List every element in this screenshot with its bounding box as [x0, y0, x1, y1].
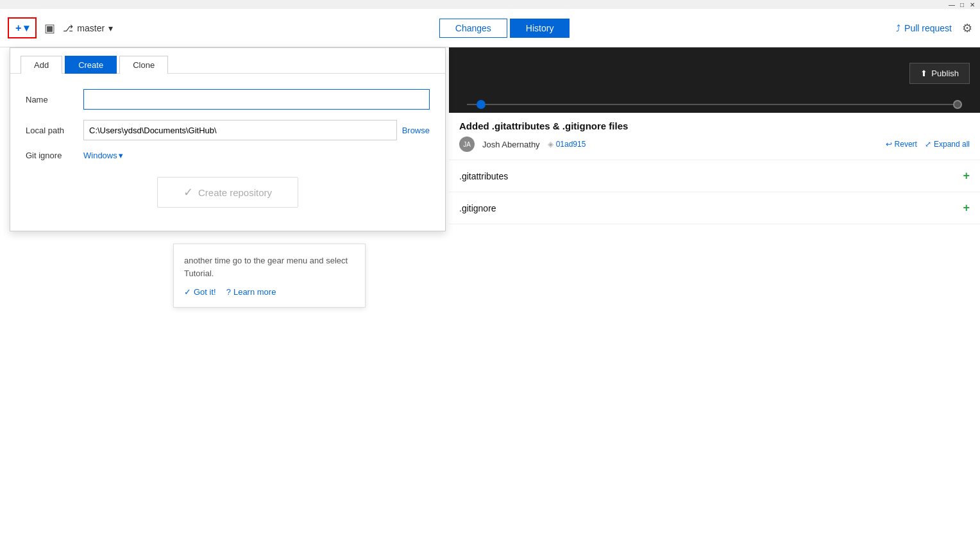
- check-icon: ✓: [184, 287, 191, 297]
- file-list: .gitattributes + .gitignore +: [449, 160, 980, 224]
- question-icon: ?: [226, 287, 231, 297]
- tutorial-body: another time go to the gear menu and sel…: [184, 254, 355, 279]
- sidebar-toggle-button[interactable]: ▣: [42, 19, 58, 38]
- expand-all-button[interactable]: ⤢ Expand all: [925, 140, 970, 149]
- file-name: .gitignore: [459, 203, 496, 213]
- gitignore-dropdown[interactable]: Windows ▾: [83, 151, 123, 160]
- add-button[interactable]: + ▾: [8, 17, 37, 38]
- branch-arrow-icon: ▾: [108, 23, 113, 33]
- commit-actions: ↩ Revert ⤢ Expand all: [886, 140, 970, 149]
- right-panel: ⬆ Publish Added .gitattributes & .gitign…: [449, 47, 980, 539]
- revert-icon: ↩: [886, 140, 892, 149]
- expand-all-label: Expand all: [934, 140, 970, 149]
- create-repo-area: ✓ Create repository: [26, 170, 430, 218]
- clone-tab[interactable]: Clone: [119, 56, 168, 74]
- gitignore-label: Git ignore: [26, 151, 83, 160]
- got-it-label: Got it!: [194, 287, 216, 297]
- main-toolbar: + ▾ ▣ ⎇ master ▾ Changes History ⤴ Pull …: [0, 9, 980, 47]
- file-add-icon: +: [963, 169, 970, 183]
- file-add-icon: +: [963, 201, 970, 215]
- tutorial-card: another time go to the gear menu and sel…: [173, 244, 366, 308]
- minimize-button[interactable]: —: [947, 1, 957, 8]
- create-form: Name Local path Browse Git ignore Window…: [10, 74, 445, 231]
- changes-tab[interactable]: Changes: [439, 19, 507, 38]
- add-arrow-icon: ▾: [24, 22, 29, 34]
- local-path-row: Local path Browse: [26, 120, 430, 140]
- toolbar-right: ⤴ Pull request ⚙: [896, 21, 972, 35]
- commit-info: Added .gitattributes & .gitignore files …: [449, 113, 980, 160]
- create-repository-panel: Add Create Clone Name Local path Browse …: [10, 47, 446, 231]
- toolbar-center: Changes History: [113, 19, 896, 38]
- branch-name: master: [77, 23, 105, 33]
- publish-label: Publish: [931, 69, 959, 78]
- commit-slider-area: [449, 99, 980, 113]
- dropdown-tabs: Add Create Clone: [10, 48, 445, 74]
- file-item-gitignore[interactable]: .gitignore +: [449, 192, 980, 224]
- pull-request-label: Pull request: [904, 23, 952, 33]
- create-repository-button[interactable]: ✓ Create repository: [157, 177, 298, 208]
- commit-sha: ◈ 01ad915: [548, 140, 586, 149]
- gitignore-arrow-icon: ▾: [119, 151, 123, 160]
- name-input[interactable]: [83, 89, 430, 110]
- branch-button[interactable]: ⎇ master ▾: [63, 23, 113, 33]
- local-path-label: Local path: [26, 126, 83, 135]
- local-path-input[interactable]: [83, 120, 397, 140]
- close-button[interactable]: ✕: [967, 1, 977, 8]
- check-icon: ✓: [183, 185, 193, 199]
- commit-author: Josh Abernathy: [482, 140, 540, 149]
- file-name: .gitattributes: [459, 171, 508, 181]
- revert-label: Revert: [895, 140, 917, 149]
- tutorial-links: ✓ Got it! ? Learn more: [184, 287, 355, 297]
- slider-start-dot: [477, 100, 486, 109]
- maximize-button[interactable]: □: [957, 1, 967, 8]
- history-header: ⬆ Publish: [449, 47, 980, 99]
- gitignore-row: Git ignore Windows ▾: [26, 151, 430, 160]
- learn-more-label: Learn more: [233, 287, 276, 297]
- plus-icon: +: [15, 22, 21, 34]
- got-it-link[interactable]: ✓ Got it!: [184, 287, 216, 297]
- toolbar-left: + ▾ ▣ ⎇ master ▾: [8, 17, 113, 38]
- pull-request-icon: ⤴: [896, 23, 900, 33]
- gear-icon: ⚙: [962, 22, 972, 35]
- revert-button[interactable]: ↩ Revert: [886, 140, 917, 149]
- create-repo-label: Create repository: [198, 187, 272, 198]
- publish-icon: ⬆: [920, 69, 927, 78]
- publish-button[interactable]: ⬆ Publish: [909, 63, 970, 84]
- sha-value: 01ad915: [556, 140, 586, 149]
- commit-title: Added .gitattributes & .gitignore files: [459, 120, 970, 131]
- learn-more-link[interactable]: ? Learn more: [226, 287, 276, 297]
- settings-button[interactable]: ⚙: [962, 21, 972, 35]
- create-tab[interactable]: Create: [65, 56, 117, 74]
- title-bar: — □ ✕: [0, 0, 980, 9]
- browse-button[interactable]: Browse: [402, 126, 430, 135]
- file-item-gitattributes[interactable]: .gitattributes +: [449, 160, 980, 192]
- add-tab[interactable]: Add: [21, 56, 62, 74]
- sidebar-icon: ▣: [44, 22, 55, 35]
- commit-slider-track: [467, 104, 962, 105]
- name-label: Name: [26, 95, 83, 104]
- slider-end-dot: [953, 100, 962, 109]
- pull-request-button[interactable]: ⤴ Pull request: [896, 23, 952, 33]
- avatar: JA: [459, 137, 475, 152]
- commit-meta: JA Josh Abernathy ◈ 01ad915 ↩ Revert ⤢ E…: [459, 137, 970, 152]
- expand-icon: ⤢: [925, 140, 931, 149]
- commit-dot-icon: ◈: [548, 140, 553, 149]
- history-tab[interactable]: History: [510, 19, 570, 38]
- name-row: Name: [26, 89, 430, 110]
- branch-icon: ⎇: [63, 23, 73, 33]
- gitignore-value: Windows: [83, 151, 117, 160]
